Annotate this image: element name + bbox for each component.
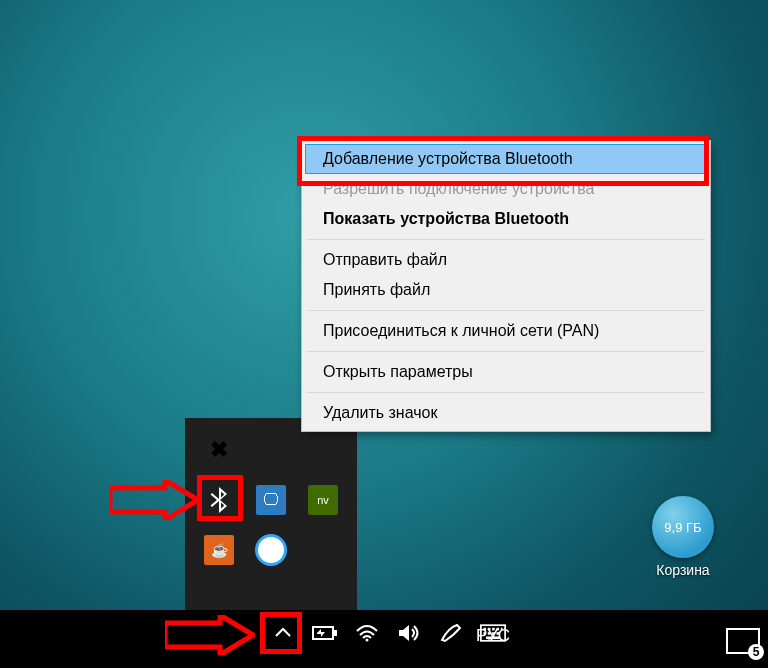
recycle-bin-label: Корзина — [638, 562, 728, 578]
wifi-icon[interactable] — [354, 620, 380, 646]
recycle-bin[interactable]: 9,9 ГБ Корзина — [638, 496, 728, 578]
tray-nvidia-icon[interactable]: nv — [301, 478, 345, 522]
svg-rect-1 — [334, 630, 337, 636]
svg-point-2 — [366, 639, 369, 642]
menu-add-bluetooth-device[interactable]: Добавление устройства Bluetooth — [305, 144, 707, 174]
notification-count-badge: 5 — [748, 644, 764, 660]
tray-display-icon[interactable]: 🖵 — [249, 478, 293, 522]
input-language-indicator[interactable]: РУС — [476, 626, 510, 646]
menu-separator — [307, 351, 705, 352]
battery-icon[interactable] — [312, 620, 338, 646]
taskbar: РУС 5 — [0, 610, 768, 668]
taskbar-system-icons — [270, 620, 506, 646]
bluetooth-icon — [208, 486, 230, 514]
recycle-bin-size: 9,9 ГБ — [664, 520, 701, 535]
tray-chevron-up-icon[interactable] — [270, 620, 296, 646]
tray-cortana-icon[interactable] — [249, 528, 293, 572]
menu-receive-file[interactable]: Принять файл — [305, 275, 707, 305]
tray-java-icon[interactable]: ☕ — [197, 528, 241, 572]
menu-open-settings[interactable]: Открыть параметры — [305, 357, 707, 387]
menu-show-bluetooth-devices[interactable]: Показать устройства Bluetooth — [305, 204, 707, 234]
tray-disabled-touch-icon[interactable]: ✖ — [197, 428, 241, 472]
bluetooth-context-menu: Добавление устройства Bluetooth Разрешит… — [301, 140, 711, 432]
recycle-bin-icon: 9,9 ГБ — [652, 496, 714, 558]
tray-bluetooth-icon[interactable] — [197, 478, 241, 522]
menu-separator — [307, 392, 705, 393]
menu-separator — [307, 239, 705, 240]
menu-join-pan[interactable]: Присоединиться к личной сети (PAN) — [305, 316, 707, 346]
volume-icon[interactable] — [396, 620, 422, 646]
menu-remove-icon[interactable]: Удалить значок — [305, 398, 707, 428]
menu-separator — [307, 310, 705, 311]
system-tray-flyout: ✖ 🖵 nv ☕ — [185, 418, 357, 610]
pen-icon[interactable] — [438, 620, 464, 646]
action-center-icon[interactable]: 5 — [726, 624, 760, 654]
menu-send-file[interactable]: Отправить файл — [305, 245, 707, 275]
menu-allow-device-connection: Разрешить подключение устройства — [305, 174, 707, 204]
